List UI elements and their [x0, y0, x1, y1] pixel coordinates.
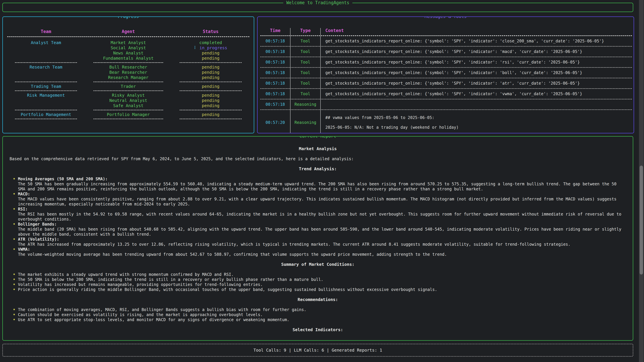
progress-row-bull-researcher: Research Team Bull Researcher pending — [7, 64, 250, 70]
section-separator — [7, 110, 250, 110]
agent-label: Research Manager — [85, 75, 172, 80]
progress-row-research-manager: Research Manager pending — [7, 75, 250, 80]
progress-table: Team Agent Status Analyst Team Market An… — [3, 17, 254, 119]
agent-label: Safe Analyst — [85, 103, 172, 108]
report-bullet-bollinger: Bollinger Bands: The middle band (20 SMA… — [10, 222, 626, 237]
progress-panel: Progress Team Agent Status Analyst Team … — [2, 16, 254, 133]
report-heading-trend-analysis: Trend Analysis: — [10, 166, 626, 171]
message-row: 00:57:18 Reasoning — [260, 99, 632, 109]
messages-col-content: Content — [320, 28, 632, 35]
message-type: Reasoning — [290, 99, 320, 109]
agent-label: Trader — [85, 84, 172, 89]
message-content: get_stockstats_indicators_report_online:… — [320, 78, 632, 88]
message-content: get_stockstats_indicators_report_online:… — [320, 89, 632, 99]
spinner-icon: ⠇ — [194, 45, 197, 50]
team-label: Risk Management — [7, 93, 85, 98]
message-row: 00:57:18 Tool get_stockstats_indicators_… — [260, 57, 632, 67]
report-heading-market-analysis: Market Analysis — [10, 146, 626, 151]
status-badge: pending — [172, 112, 250, 117]
message-time: 00:57:18 — [260, 57, 290, 67]
message-type: Tool — [290, 89, 320, 99]
status-badge: completed — [172, 40, 250, 45]
report-intro: Based on the comprehensive data retrieve… — [10, 156, 626, 161]
report-summary-bullet: Volatility has increased but remains man… — [10, 282, 626, 287]
status-badge: pending — [172, 98, 250, 103]
message-time: 00:57:18 — [260, 89, 290, 99]
stats-text: Tool Calls: 9 | LLM Calls: 6 | Generated… — [254, 348, 382, 353]
status-badge: pending — [172, 75, 250, 80]
message-row: 00:57:20 Reasoning ## vwma values from 2… — [260, 110, 632, 133]
message-row: 00:57:18 Tool get_stockstats_indicators_… — [260, 89, 632, 99]
messages-tools-panel-title: Messages & Tools — [422, 16, 470, 19]
agent-label: Market Analyst — [85, 40, 172, 45]
message-time: 00:57:20 — [260, 110, 290, 133]
progress-col-status: Status — [172, 29, 250, 36]
message-time: 00:57:18 — [260, 68, 290, 78]
stats-bar: Tool Calls: 9 | LLM Calls: 6 | Generated… — [2, 344, 633, 357]
current-report-panel: Current Report Market Analysis Based on … — [2, 136, 633, 341]
message-row: 00:57:18 Tool get_stockstats_indicators_… — [260, 36, 632, 46]
message-time: 00:57:18 — [260, 99, 290, 109]
progress-row-social-analyst: Social Analyst ⠇in_progress — [7, 45, 250, 50]
status-badge: pending — [172, 103, 250, 108]
messages-col-type: Type — [290, 28, 320, 35]
current-report-panel-title: Current Report — [296, 136, 339, 139]
welcome-banner: Welcome to TradingAgents — [2, 3, 633, 12]
report-heading-recommendations: Recommendations: — [10, 297, 626, 302]
report-bullet-atr: ATR (Volatility): The ATR has increased … — [10, 237, 626, 247]
progress-row-neutral-analyst: Neutral Analyst pending — [7, 98, 250, 103]
progress-row-market-analyst: Analyst Team Market Analyst completed — [7, 40, 250, 45]
message-row: 00:57:18 Tool get_stockstats_indicators_… — [260, 68, 632, 78]
message-content: ## vwma values from 2025-05-06 to 2025-0… — [320, 110, 632, 133]
agent-label: Bear Researcher — [85, 70, 172, 75]
report-bullet-rsi: RSI: The RSI has been mostly in the 54.9… — [10, 207, 626, 222]
agent-label: Neutral Analyst — [85, 98, 172, 103]
progress-row-risky-analyst: Risk Management Risky Analyst pending — [7, 93, 250, 98]
progress-table-header: Team Agent Status — [7, 29, 250, 36]
progress-col-team: Team — [7, 29, 85, 36]
status-badge: pending — [172, 93, 250, 98]
progress-row-news-analyst: News Analyst pending — [7, 50, 250, 56]
status-badge: pending — [172, 64, 250, 70]
messages-table: Time Type Content 00:57:18 Tool get_stoc… — [258, 17, 634, 133]
messages-table-header: Time Type Content — [260, 28, 632, 35]
message-type: Tool — [290, 36, 320, 46]
team-label: Portfolio Management — [7, 112, 85, 117]
message-time: 00:57:18 — [260, 78, 290, 88]
team-label: Analyst Team — [7, 40, 85, 45]
progress-row-trader: Trading Team Trader pending — [7, 84, 250, 89]
agent-label: Bull Researcher — [85, 64, 172, 70]
message-row: 00:57:18 Tool get_stockstats_indicators_… — [260, 46, 632, 57]
agent-label: News Analyst — [85, 50, 172, 56]
report-body: Market Analysis Based on the comprehensi… — [3, 137, 633, 332]
team-label: Research Team — [7, 64, 85, 70]
report-recommendation-bullet: Use ATR to set appropriate stop-loss lev… — [10, 317, 626, 322]
report-summary-bullet: Price action is generally riding the mid… — [10, 287, 626, 292]
message-content: get_stockstats_indicators_report_online:… — [320, 57, 632, 67]
status-badge: pending — [172, 70, 250, 75]
welcome-banner-title: Welcome to TradingAgents — [283, 0, 352, 5]
message-time: 00:57:18 — [260, 46, 290, 57]
messages-tools-panel: Messages & Tools Time Type Content 00:57… — [257, 16, 634, 133]
report-bullet-vwma: VWMA: The volume-weighted moving average… — [10, 247, 626, 257]
report-recommendation-bullet: The combination of moving averages, MACD… — [10, 307, 626, 312]
progress-row-portfolio-manager: Portfolio Management Portfolio Manager p… — [7, 112, 250, 117]
message-type: Tool — [290, 68, 320, 78]
section-separator — [7, 62, 250, 63]
message-content — [320, 99, 632, 109]
message-type: Tool — [290, 46, 320, 57]
progress-panel-title: Progress — [115, 16, 142, 19]
progress-row-bear-researcher: Bear Researcher pending — [7, 70, 250, 75]
scrollbar-thumb[interactable] — [640, 166, 643, 275]
report-bullet-moving-averages: Moving Averages (50 SMA and 200 SMA): Th… — [10, 176, 626, 192]
message-content: get_stockstats_indicators_report_online:… — [320, 36, 632, 46]
report-recommendation-bullet: Caution should be exercised as volatilit… — [10, 312, 626, 317]
message-content: get_stockstats_indicators_report_online:… — [320, 68, 632, 78]
message-row: 00:57:18 Tool get_stockstats_indicators_… — [260, 78, 632, 88]
progress-row-fundamentals-analyst: Fundamentals Analyst pending — [7, 56, 250, 61]
progress-col-agent: Agent — [85, 29, 172, 36]
scrollbar-track[interactable] — [639, 0, 644, 362]
header-separator — [7, 36, 250, 37]
agent-label: Social Analyst — [85, 45, 172, 50]
report-summary-bullet: The 50 SMA is below the 200 SMA, indicat… — [10, 277, 626, 282]
